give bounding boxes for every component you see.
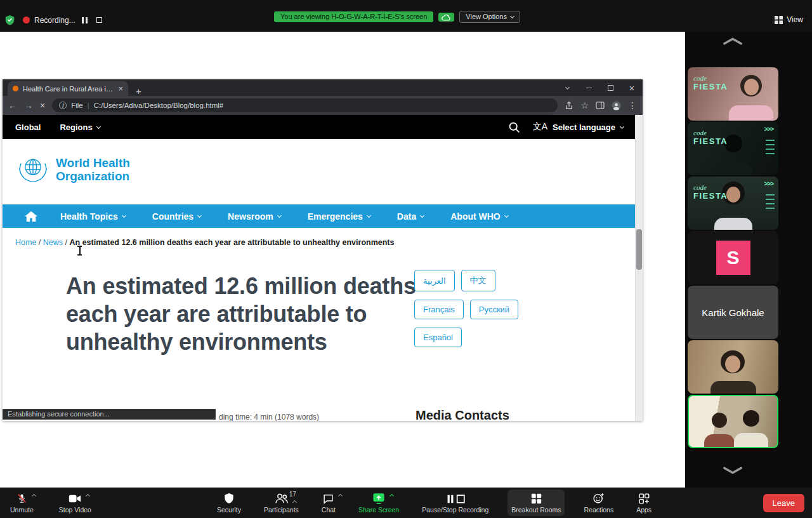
chevron-down-icon [420,213,424,218]
audio-options-chevron[interactable] [32,494,36,498]
window-menu-button[interactable] [556,87,578,89]
breakout-rooms-button[interactable]: Breakout Rooms [508,489,565,516]
media-contacts-heading: Media Contacts [416,408,509,421]
chat-options-chevron[interactable] [338,494,343,498]
breadcrumb-news-link[interactable]: News [43,238,63,247]
url-text: C:/Users/Adiva/Desktop/Blog/blog.html# [94,102,224,109]
language-button-arabic[interactable]: العربية [414,270,455,291]
who-emblem-icon [15,152,51,187]
participant-avatar: S [716,241,750,275]
site-info-icon[interactable]: i [59,102,67,109]
shared-screen-area: Health Care in Rural Area in India × + ×… [0,32,685,488]
window-minimize-button[interactable] [578,88,599,88]
participants-icon [275,493,288,504]
fiesta-arrows-decoration: >>> [764,180,773,187]
who-regions-menu[interactable]: Regions [60,123,100,132]
stop-video-button[interactable]: Stop Video [55,489,95,516]
nav-item-health-topics[interactable]: Health Topics [47,204,139,228]
window-close-button[interactable]: × [621,83,643,93]
language-button-russian[interactable]: Русский [470,300,518,319]
unmute-button[interactable]: Unmute [6,489,37,516]
meeting-security-shield-icon[interactable] [5,15,15,25]
active-speaker-tile[interactable] [688,395,778,448]
browser-menu-icon[interactable]: ⋮ [628,100,637,110]
bookmark-star-icon[interactable]: ☆ [580,100,589,110]
participant-tile[interactable]: code FIESTA >>> [688,122,778,175]
share-options-chevron[interactable] [390,494,394,498]
participant-face [725,355,740,373]
new-tab-button[interactable]: + [136,86,141,96]
pause-stop-recording-button[interactable]: Pause/Stop Recording [418,489,492,516]
who-logo[interactable]: World Health Organization [15,152,130,187]
participant-tile[interactable]: Kartik Gokhale [688,286,778,339]
share-screen-button[interactable]: Share Screen [355,489,403,516]
chevron-down-icon [122,213,126,218]
participant-body [704,434,735,448]
fiesta-waves-decoration [766,194,775,211]
nav-item-about-who[interactable]: About WHO [437,204,521,228]
code-fiesta-overlay: code FIESTA [693,184,728,200]
chat-button[interactable]: Chat [318,489,339,516]
participant-tile[interactable] [688,340,778,394]
language-selector[interactable]: 文A Select language [533,121,624,133]
who-global-link[interactable]: Global [15,123,41,132]
microphone-muted-icon [16,493,27,504]
article-heading: An estimated 12.6 million deaths each ye… [66,272,418,356]
security-button[interactable]: Security [213,489,245,516]
breadcrumb: Home / News / An estimated 12.6 million … [15,238,394,247]
chevron-down-icon [504,213,509,218]
chevron-down-icon [96,124,101,128]
tab-close-icon[interactable]: × [118,84,123,93]
browser-status-text: Establishing secure connection... [3,409,216,420]
address-bar[interactable]: i File | C:/Users/Adiva/Desktop/Blog/blo… [52,98,558,112]
fiesta-arrows-decoration: >>> [764,126,773,133]
tab-favicon [13,86,18,91]
stop-recording-button[interactable] [95,16,105,25]
who-top-bar: Global Regions 文A Select language [3,115,643,139]
apps-button[interactable]: Apps [632,489,655,516]
leave-meeting-button[interactable]: Leave [763,494,804,512]
browser-window: Health Care in Rural Area in India × + ×… [3,79,643,421]
breadcrumb-home-link[interactable]: Home [15,238,36,247]
participants-options-chevron[interactable] [292,500,297,505]
participants-count-badge: 17 [289,491,296,498]
nav-item-newsroom[interactable]: Newsroom [214,204,294,228]
scrollbar-thumb[interactable] [636,229,642,270]
participant-face [744,79,759,95]
language-button-french[interactable]: Français [414,300,464,319]
reactions-button[interactable]: Reactions [580,489,617,516]
forward-button[interactable]: → [24,100,33,110]
video-options-chevron[interactable] [86,494,90,498]
profile-avatar-icon[interactable] [612,101,621,110]
cloud-recording-icon [438,13,454,22]
participant-body [710,381,756,394]
participant-tile[interactable]: code FIESTA [688,67,778,121]
view-button[interactable]: View [775,15,803,24]
browser-tab-strip: Health Care in Rural Area in India × + × [3,79,643,96]
browser-tab[interactable]: Health Care in Rural Area in India × [8,81,128,96]
participant-body [734,433,768,448]
nav-item-data[interactable]: Data [384,204,437,228]
scroll-participants-up-button[interactable] [720,37,745,47]
nav-item-emergencies[interactable]: Emergencies [294,204,384,228]
language-button-spanish[interactable]: Español [414,328,462,347]
pause-recording-button[interactable] [80,16,90,25]
chat-bubble-icon [323,493,334,504]
participants-video-panel: code FIESTA code FIESTA >>> [685,32,812,488]
window-maximize-button[interactable] [599,85,621,91]
stop-loading-button[interactable]: × [40,100,45,110]
search-icon[interactable] [508,121,520,133]
sidebar-toggle-button[interactable] [596,102,605,109]
share-page-button[interactable] [565,101,573,110]
scroll-participants-down-button[interactable] [720,466,745,476]
text-cursor-pointer [77,246,82,255]
participants-button[interactable]: 17 Participants [260,489,303,516]
participant-tile[interactable]: S [688,231,778,284]
nav-item-countries[interactable]: Countries [139,204,214,228]
view-options-button[interactable]: View Options [459,11,520,23]
page-scrollbar[interactable] [635,115,643,421]
language-button-chinese[interactable]: 中文 [461,270,495,291]
back-button[interactable]: ← [8,100,17,110]
nav-home-button[interactable] [15,210,47,223]
participant-tile[interactable]: code FIESTA >>> [688,176,778,230]
